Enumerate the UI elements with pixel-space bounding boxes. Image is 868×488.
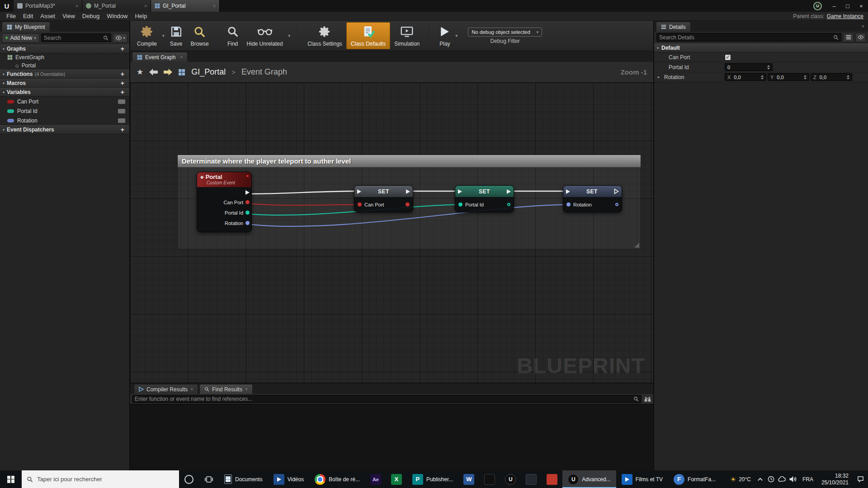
task-view-button[interactable] [199, 470, 219, 488]
exec-out-pin-hollow[interactable] [614, 188, 619, 194]
menu-asset[interactable]: Asset [37, 13, 59, 19]
spinner-icon[interactable] [804, 75, 807, 80]
find-button[interactable]: Find [223, 22, 243, 49]
taskbar-app-publisher[interactable]: P Publisher... [407, 470, 458, 488]
collapse-triangle-icon[interactable]: ▾ [3, 72, 5, 76]
exec-out-pin[interactable] [507, 189, 511, 194]
exec-out-pin[interactable] [406, 189, 410, 194]
variable-row-rotation[interactable]: Rotation [0, 116, 129, 125]
functions-section-header[interactable]: ▾ Functions (4 Overridable) + [0, 70, 129, 79]
taskbar-app-movies[interactable]: Films et TV [616, 470, 668, 488]
keyboard-language[interactable]: FRA [798, 476, 817, 483]
exec-in-pin[interactable] [566, 189, 570, 194]
minimize-button[interactable]: – [827, 0, 841, 12]
exec-in-pin[interactable] [458, 189, 462, 194]
find-results-tab[interactable]: Find Results × [199, 384, 253, 394]
taskbar-clock[interactable]: 18:32 25/10/2021 [817, 473, 853, 486]
rotation-out-pin[interactable] [615, 203, 618, 206]
portal-node-header[interactable]: ◆ Portal Custom Event [197, 172, 251, 187]
variables-section-header[interactable]: ▾ Variables + [0, 88, 129, 97]
weather-widget[interactable]: ☀ 20°C [726, 476, 755, 483]
close-icon[interactable]: × [180, 55, 183, 60]
forward-arrow-icon[interactable] [164, 69, 172, 75]
blueprint-search-box[interactable] [41, 33, 111, 42]
close-panel-icon[interactable]: × [862, 23, 864, 29]
simulation-button[interactable]: Simulation [390, 22, 424, 49]
play-button[interactable]: Play [435, 22, 454, 49]
display-filter-button[interactable] [855, 33, 866, 42]
close-icon[interactable]: × [75, 4, 78, 9]
tray-volume-icon[interactable] [788, 476, 798, 483]
graph-item-eventgraph[interactable]: EventGraph [0, 53, 129, 61]
rotation-out-pin[interactable] [245, 221, 250, 225]
taskbar-app-dark[interactable] [521, 470, 542, 488]
can-port-in-pin[interactable] [358, 202, 362, 206]
debug-object-select[interactable]: No debug object selected ▾ [468, 28, 542, 37]
set-portal-id-node[interactable]: SET Portal Id [455, 185, 514, 212]
asset-tab-gi-portal[interactable]: GI_Portal × [151, 0, 220, 12]
taskbar-app-videos[interactable]: Vidéos [268, 470, 309, 488]
menu-view[interactable]: View [59, 13, 79, 19]
variable-row-portal-id[interactable]: Portal Id [0, 106, 129, 116]
event-graph-tab[interactable]: Event Graph × [132, 52, 188, 62]
asset-tab-m-portal[interactable]: M_Portal × [82, 0, 151, 12]
rotation-y-field[interactable]: Y 0,0 [768, 73, 809, 81]
taskbar-app-advanced-active[interactable]: U Advanced... [562, 470, 616, 488]
portal-id-out-pin[interactable] [245, 211, 250, 215]
exec-in-pin[interactable] [357, 189, 361, 194]
close-window-button[interactable]: × [854, 0, 868, 12]
rotation-in-pin[interactable] [566, 202, 571, 206]
rotation-x-field[interactable]: X 0,0 [725, 73, 766, 81]
can-port-checkbox[interactable]: ✓ [725, 54, 731, 61]
portal-id-field[interactable]: 0 [725, 63, 773, 71]
taskbar-app-after-effects[interactable]: Ae [365, 470, 386, 488]
add-event-dispatcher-button[interactable]: + [118, 126, 127, 133]
set-can-port-node[interactable]: SET Can Port [354, 185, 413, 212]
close-icon[interactable]: × [190, 387, 193, 392]
tray-chevron-up-icon[interactable] [755, 477, 766, 481]
breadcrumb-current[interactable]: Event Graph [241, 67, 287, 77]
class-settings-button[interactable]: Class Settings [303, 22, 346, 49]
my-blueprint-tab[interactable]: My Blueprint [2, 22, 50, 32]
variable-visibility-toggle[interactable] [118, 118, 126, 123]
add-graph-button[interactable]: + [118, 45, 127, 52]
maximize-button[interactable]: □ [841, 0, 854, 12]
favorite-star-icon[interactable]: ★ [137, 67, 143, 77]
tray-cloud-icon[interactable] [777, 476, 788, 482]
tray-clock-icon[interactable] [766, 476, 777, 483]
set-node-header[interactable]: SET [563, 186, 622, 197]
action-center-icon[interactable] [853, 476, 868, 483]
breadcrumb-root[interactable]: GI_Portal [191, 67, 226, 77]
compile-options-caret[interactable]: ▾ [161, 22, 166, 49]
exec-out-pin[interactable] [245, 190, 250, 195]
collapse-triangle-icon[interactable]: ▾ [3, 47, 5, 51]
details-search-box[interactable] [656, 33, 841, 42]
details-search-input[interactable] [659, 34, 833, 41]
cortana-button[interactable] [179, 470, 199, 488]
spinner-icon[interactable] [761, 75, 764, 80]
menu-window[interactable]: Window [103, 13, 131, 19]
taskbar-app-red[interactable] [542, 470, 562, 488]
back-arrow-icon[interactable] [149, 69, 158, 75]
spinner-icon[interactable] [767, 65, 770, 70]
browse-button[interactable]: Browse [187, 22, 213, 49]
spinner-icon[interactable] [847, 75, 849, 80]
close-icon[interactable]: × [245, 387, 248, 392]
taskbar-app-unreal[interactable]: U [500, 470, 521, 488]
visibility-filter-button[interactable]: ▾ [113, 33, 127, 42]
collapse-triangle-icon[interactable]: ▾ [3, 81, 5, 85]
variable-row-can-port[interactable]: Can Port [0, 97, 129, 106]
class-defaults-button[interactable]: Class Defaults [346, 22, 390, 49]
taskbar-app-word[interactable]: W [458, 470, 479, 488]
menu-file[interactable]: File [3, 13, 19, 19]
unreal-version-badge[interactable]: U [813, 2, 822, 10]
hide-unrelated-options-caret[interactable]: ▾ [287, 22, 292, 49]
taskbar-app-excel[interactable]: X [386, 470, 407, 488]
taskbar-app-inbox[interactable]: Boîte de ré... [309, 470, 365, 488]
event-dispatchers-section-header[interactable]: ▾ Event Dispatchers + [0, 125, 129, 134]
taskbar-app-epic-games[interactable] [479, 470, 500, 488]
collapse-triangle-icon[interactable]: ▾ [3, 128, 5, 132]
portal-id-out-pin[interactable] [507, 203, 510, 206]
set-rotation-node[interactable]: SET Rotation [563, 185, 622, 212]
variable-visibility-toggle[interactable] [118, 99, 126, 104]
